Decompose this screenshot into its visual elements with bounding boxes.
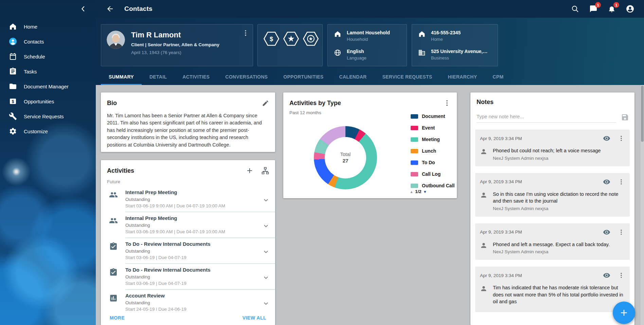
note-menu-button[interactable] (618, 228, 625, 236)
expand-activity-button[interactable] (262, 270, 270, 286)
tab-summary[interactable]: SUMMARY (101, 69, 142, 85)
legend-item[interactable]: Lunch (411, 148, 454, 154)
sidebar-item-label: Contacts (24, 39, 44, 45)
notifications-button[interactable]: 1 (607, 4, 616, 13)
donut-center: Total 27 (325, 137, 366, 178)
legend-page-up-button[interactable]: ▲ (410, 190, 413, 194)
add-activity-button[interactable] (245, 166, 254, 175)
activities-footer: MORE VIEW ALL (101, 311, 275, 325)
globe-icon (334, 49, 341, 56)
page-scrollbar[interactable] (641, 85, 644, 325)
circled-star-badge-icon[interactable] (303, 31, 319, 46)
address-value: 525 University Avenue, S... (431, 49, 489, 54)
kebab-menu-icon (618, 178, 625, 185)
legend-page-down-button[interactable]: ▼ (423, 190, 427, 194)
tab-calendar[interactable]: CALENDAR (332, 69, 375, 85)
chart-menu-button[interactable] (443, 99, 451, 107)
contact-identity: Tim R Lamont Client | Senior Partner, Al… (131, 31, 219, 60)
phone-row[interactable]: 416-555-2345 Home (418, 30, 491, 42)
language-row[interactable]: English Language (334, 49, 400, 61)
conversations-button[interactable]: 1 (589, 4, 598, 13)
language-value: English (347, 49, 366, 54)
note-text: Phoned but could not reach; left a voice… (493, 147, 601, 154)
sidebar-item-label: Service Requests (24, 114, 64, 119)
sidebar-item-label: Home (24, 24, 37, 30)
back-arrow-icon (107, 6, 113, 12)
eye-icon (603, 178, 610, 186)
bio-title: Bio (107, 100, 254, 107)
add-button[interactable] (613, 302, 635, 324)
new-note-input[interactable] (477, 111, 616, 123)
legend-item[interactable]: To Do (411, 160, 454, 165)
activity-row[interactable]: To Do - Review Internal Documents Outsta… (101, 264, 275, 290)
tab-cpm[interactable]: CPM (485, 69, 511, 85)
tab-service-requests[interactable]: SERVICE REQUESTS (374, 69, 440, 85)
back-button[interactable] (105, 4, 115, 14)
tab-hierarchy[interactable]: HIERARCHY (440, 69, 485, 85)
contact-badges-card: $ (257, 24, 323, 66)
sidebar-item-home[interactable]: Home (0, 19, 96, 34)
note-menu-button[interactable] (618, 178, 625, 186)
tab-conversations[interactable]: CONVERSATIONS (217, 69, 275, 85)
activity-status: Outstanding (125, 197, 262, 202)
collapse-sidebar-button[interactable] (77, 3, 89, 15)
scrollbar-thumb[interactable] (641, 86, 644, 142)
sidebar-item-service-requests[interactable]: Service Requests (0, 109, 96, 124)
contact-menu-button[interactable] (241, 29, 250, 37)
activity-hierarchy-button[interactable] (261, 166, 270, 175)
account-button[interactable] (626, 4, 634, 13)
save-icon (621, 113, 629, 121)
address-row[interactable]: 525 University Avenue, S... Business (418, 49, 491, 61)
note-visibility-button[interactable] (603, 228, 611, 236)
sidebar-item-contacts[interactable]: Contacts (0, 34, 96, 49)
activity-row[interactable]: To Do - Review Internal Documents Outsta… (101, 238, 275, 264)
activity-title: To Do - Review Internal Documents (125, 241, 262, 247)
save-note-button[interactable] (621, 113, 629, 121)
sidebar-item-schedule[interactable]: Schedule (0, 49, 96, 64)
sidebar-item-customize[interactable]: Customize (0, 124, 96, 139)
legend-item[interactable]: Call Log (411, 171, 454, 177)
legend-item[interactable]: Meeting (411, 137, 454, 142)
tab-detail[interactable]: DETAIL (142, 69, 175, 85)
tab-opportunities[interactable]: OPPORTUNITIES (275, 69, 331, 85)
tab-activities[interactable]: ACTIVITIES (175, 69, 217, 85)
dollar-badge-icon[interactable]: $ (263, 31, 280, 46)
sidebar-item-tasks[interactable]: Tasks (0, 64, 96, 79)
activity-title: Account Review (125, 293, 262, 298)
sidebar-item-document-manager[interactable]: Document Manager (0, 79, 96, 94)
notifications-badge: 1 (613, 2, 619, 8)
activity-row[interactable]: Internal Prep Meeting Outstanding Start … (101, 212, 275, 238)
activity-row[interactable]: Internal Prep Meeting Outstanding Start … (101, 186, 275, 212)
top-app-bar: Contacts 1 1 (96, 0, 644, 18)
sidebar-item-opportunities[interactable]: $ Opportunities (0, 94, 96, 109)
more-button[interactable]: MORE (110, 315, 125, 321)
note-menu-button[interactable] (618, 272, 625, 279)
donut-center-label: Total (340, 152, 351, 157)
note-visibility-button[interactable] (603, 271, 611, 279)
view-all-button[interactable]: VIEW ALL (243, 315, 266, 321)
legend-label: To Do (422, 160, 435, 165)
activity-status: Outstanding (125, 223, 262, 228)
note-visibility-button[interactable] (603, 178, 611, 186)
note-visibility-button[interactable] (603, 134, 611, 142)
household-row[interactable]: Lamont Household Household (334, 30, 400, 42)
legend-label: Lunch (422, 148, 436, 154)
legend-item[interactable]: Outbound Call (411, 183, 454, 188)
expand-activity-button[interactable] (262, 192, 270, 208)
legend-swatch (411, 114, 418, 119)
edit-bio-button[interactable] (261, 99, 270, 107)
group-icon (109, 190, 118, 199)
note-menu-button[interactable] (618, 135, 625, 142)
legend-label: Event (422, 125, 435, 131)
search-button[interactable] (571, 4, 579, 13)
expand-activity-button[interactable] (262, 244, 270, 260)
expand-activity-button[interactable] (262, 218, 270, 234)
star-badge-icon[interactable] (283, 31, 299, 46)
sidebar-nav: Home Contacts Schedule Tasks Document Ma… (0, 18, 96, 139)
expand-activity-button[interactable] (262, 295, 270, 312)
legend-item[interactable]: Event (411, 125, 454, 131)
activities-title: Activities (107, 167, 238, 174)
legend-item[interactable]: Document (411, 114, 454, 119)
task-check-icon (109, 268, 118, 277)
legend-pager: ▲ 1/2 ▼ (410, 189, 427, 194)
